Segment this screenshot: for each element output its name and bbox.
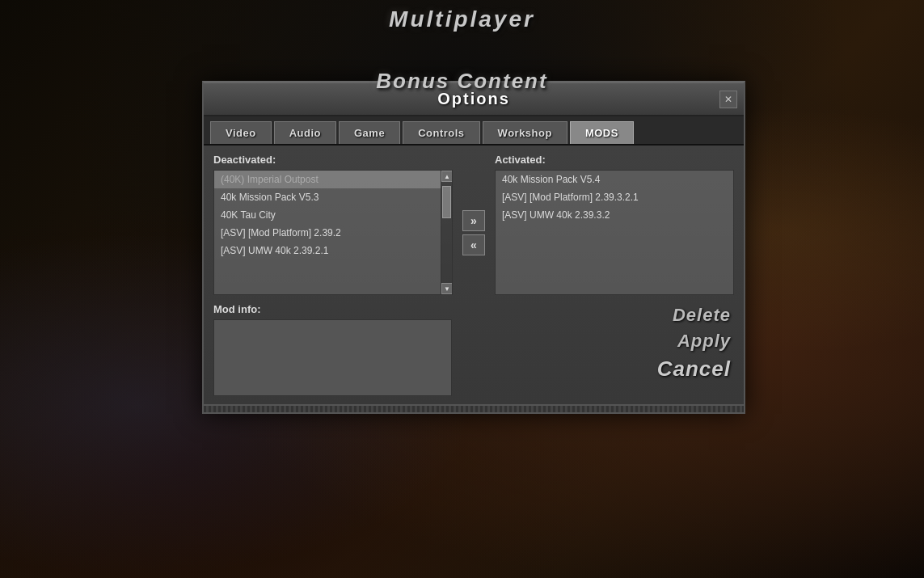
multiplayer-title: Multiplayer xyxy=(0,0,924,32)
dialog-content: Deactivated: (40K) Imperial Outpost 40k … xyxy=(204,146,744,404)
transfer-left-button[interactable]: « xyxy=(462,234,485,255)
action-buttons: Delete Apply Cancel xyxy=(654,303,734,396)
list-item[interactable]: [ASV] UMW 40k 2.39.2.1 xyxy=(214,242,452,259)
tab-controls[interactable]: Controls xyxy=(403,121,479,144)
cancel-button[interactable]: Cancel xyxy=(654,355,734,383)
deactivated-column: Deactivated: (40K) Imperial Outpost 40k … xyxy=(213,154,459,295)
header-area: Multiplayer Bonus Content xyxy=(0,0,924,94)
deactivated-label: Deactivated: xyxy=(213,154,453,166)
mod-info-area: Mod info: xyxy=(213,303,654,396)
dialog-footer xyxy=(204,404,744,412)
activated-label: Activated: xyxy=(495,154,734,166)
tab-audio[interactable]: Audio xyxy=(274,121,336,144)
tab-video[interactable]: Video xyxy=(210,121,272,144)
apply-button[interactable]: Apply xyxy=(674,329,734,353)
list-item[interactable]: 40k Mission Pack V5.3 xyxy=(214,188,452,206)
mod-info-box xyxy=(213,319,452,396)
activated-column: Activated: 40k Mission Pack V5.4 [ASV] [… xyxy=(488,154,734,295)
delete-button[interactable]: Delete xyxy=(669,303,734,327)
main-columns: Deactivated: (40K) Imperial Outpost 40k … xyxy=(213,154,734,295)
scroll-down-button[interactable]: ▼ xyxy=(441,283,453,294)
mod-info-label: Mod info: xyxy=(213,303,654,315)
list-item[interactable]: [ASV] UMW 40k 2.39.3.2 xyxy=(496,206,733,224)
list-item[interactable]: (40K) Imperial Outpost xyxy=(214,171,452,188)
scroll-track xyxy=(441,182,452,283)
list-item[interactable]: [ASV] [Mod Platform] 2.39.3.2.1 xyxy=(496,188,733,206)
options-dialog: Options ✕ Video Audio Game Controls Work… xyxy=(202,81,745,414)
transfer-buttons: » « xyxy=(459,154,488,295)
tab-mods[interactable]: MODS xyxy=(570,121,634,144)
list-item[interactable]: [ASV] [Mod Platform] 2.39.2 xyxy=(214,224,452,242)
bottom-row: Mod info: Delete Apply Cancel xyxy=(213,303,734,396)
scroll-up-button[interactable]: ▲ xyxy=(441,171,453,182)
deactivated-scrollbar[interactable]: ▲ ▼ xyxy=(441,171,452,294)
tab-game[interactable]: Game xyxy=(339,121,400,144)
scroll-thumb[interactable] xyxy=(442,186,451,218)
list-item[interactable]: 40K Tau City xyxy=(214,206,452,224)
activated-list[interactable]: 40k Mission Pack V5.4 [ASV] [Mod Platfor… xyxy=(495,170,734,295)
bonus-content-title: Bonus Content xyxy=(0,32,924,94)
deactivated-list[interactable]: (40K) Imperial Outpost 40k Mission Pack … xyxy=(213,170,453,295)
list-item[interactable]: 40k Mission Pack V5.4 xyxy=(496,171,733,188)
tab-workshop[interactable]: Workshop xyxy=(483,121,567,144)
tabs-bar: Video Audio Game Controls Workshop MODS xyxy=(204,116,744,146)
transfer-right-button[interactable]: » xyxy=(462,210,485,231)
